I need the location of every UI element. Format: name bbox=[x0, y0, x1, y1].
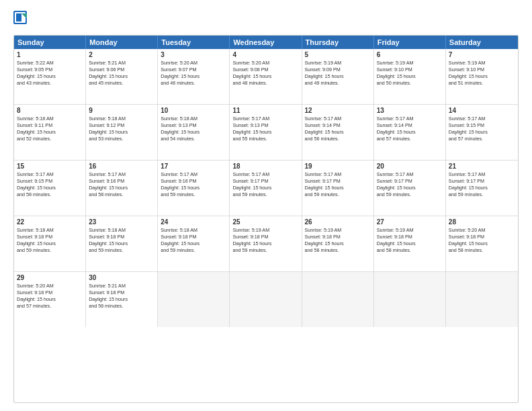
day-number: 29 bbox=[17, 274, 83, 281]
calendar: SundayMondayTuesdayWednesdayThursdayFrid… bbox=[13, 35, 519, 403]
calendar-cell: 11Sunrise: 5:17 AM Sunset: 9:13 PM Dayli… bbox=[230, 105, 302, 160]
calendar-week-4: 22Sunrise: 5:18 AM Sunset: 9:18 PM Dayli… bbox=[14, 216, 518, 271]
calendar-cell: 9Sunrise: 5:18 AM Sunset: 9:12 PM Daylig… bbox=[86, 105, 158, 160]
calendar-cell: 28Sunrise: 5:20 AM Sunset: 9:18 PM Dayli… bbox=[446, 216, 518, 271]
day-number: 27 bbox=[377, 218, 443, 226]
day-number: 11 bbox=[232, 107, 298, 114]
calendar-cell: 22Sunrise: 5:18 AM Sunset: 9:18 PM Dayli… bbox=[14, 216, 86, 271]
day-info: Sunrise: 5:17 AM Sunset: 9:17 PM Dayligh… bbox=[305, 171, 371, 198]
day-number: 24 bbox=[161, 218, 226, 226]
calendar-cell: 6Sunrise: 5:19 AM Sunset: 9:10 PM Daylig… bbox=[374, 49, 446, 104]
calendar-cell bbox=[230, 272, 302, 327]
calendar-cell bbox=[446, 272, 518, 327]
calendar-cell: 23Sunrise: 5:18 AM Sunset: 9:18 PM Dayli… bbox=[86, 216, 158, 271]
day-info: Sunrise: 5:21 AM Sunset: 9:06 PM Dayligh… bbox=[89, 60, 154, 87]
day-info: Sunrise: 5:19 AM Sunset: 9:18 PM Dayligh… bbox=[305, 227, 371, 254]
calendar-cell: 4Sunrise: 5:20 AM Sunset: 9:08 PM Daylig… bbox=[230, 49, 302, 104]
day-info: Sunrise: 5:19 AM Sunset: 9:10 PM Dayligh… bbox=[377, 60, 443, 87]
logo-icon bbox=[13, 11, 28, 28]
day-number: 17 bbox=[161, 163, 226, 170]
header-day-monday: Monday bbox=[86, 36, 158, 49]
calendar-cell: 13Sunrise: 5:17 AM Sunset: 9:14 PM Dayli… bbox=[374, 105, 446, 160]
day-number: 12 bbox=[305, 107, 371, 114]
calendar-cell: 7Sunrise: 5:19 AM Sunset: 9:10 PM Daylig… bbox=[446, 49, 518, 104]
header-day-sunday: Sunday bbox=[14, 36, 86, 49]
calendar-cell bbox=[302, 272, 374, 327]
day-info: Sunrise: 5:22 AM Sunset: 9:05 PM Dayligh… bbox=[17, 60, 83, 87]
calendar-week-1: 1Sunrise: 5:22 AM Sunset: 9:05 PM Daylig… bbox=[14, 49, 518, 104]
day-number: 23 bbox=[89, 218, 154, 226]
calendar-cell: 26Sunrise: 5:19 AM Sunset: 9:18 PM Dayli… bbox=[302, 216, 374, 271]
day-number: 3 bbox=[161, 51, 226, 58]
day-number: 20 bbox=[377, 163, 443, 170]
day-info: Sunrise: 5:18 AM Sunset: 9:13 PM Dayligh… bbox=[161, 116, 226, 142]
day-info: Sunrise: 5:19 AM Sunset: 9:10 PM Dayligh… bbox=[449, 60, 515, 87]
day-number: 7 bbox=[449, 51, 515, 58]
header-day-thursday: Thursday bbox=[302, 36, 374, 49]
day-number: 2 bbox=[89, 51, 154, 58]
day-info: Sunrise: 5:21 AM Sunset: 9:18 PM Dayligh… bbox=[89, 283, 154, 310]
day-info: Sunrise: 5:20 AM Sunset: 9:18 PM Dayligh… bbox=[17, 283, 83, 310]
day-info: Sunrise: 5:17 AM Sunset: 9:16 PM Dayligh… bbox=[89, 171, 154, 198]
day-number: 14 bbox=[449, 107, 515, 114]
calendar-cell: 19Sunrise: 5:17 AM Sunset: 9:17 PM Dayli… bbox=[302, 161, 374, 216]
day-info: Sunrise: 5:19 AM Sunset: 9:18 PM Dayligh… bbox=[232, 227, 298, 254]
calendar-cell: 8Sunrise: 5:18 AM Sunset: 9:11 PM Daylig… bbox=[14, 105, 86, 160]
header-day-saturday: Saturday bbox=[446, 36, 518, 49]
day-number: 22 bbox=[17, 218, 83, 226]
day-info: Sunrise: 5:17 AM Sunset: 9:16 PM Dayligh… bbox=[161, 171, 226, 198]
day-info: Sunrise: 5:17 AM Sunset: 9:17 PM Dayligh… bbox=[449, 171, 515, 198]
calendar-cell: 15Sunrise: 5:17 AM Sunset: 9:15 PM Dayli… bbox=[14, 161, 86, 216]
day-number: 28 bbox=[449, 218, 515, 226]
calendar-cell: 3Sunrise: 5:20 AM Sunset: 9:07 PM Daylig… bbox=[158, 49, 230, 104]
day-number: 21 bbox=[449, 163, 515, 170]
calendar-week-3: 15Sunrise: 5:17 AM Sunset: 9:15 PM Dayli… bbox=[14, 160, 518, 216]
day-number: 6 bbox=[377, 51, 443, 58]
header bbox=[13, 11, 519, 28]
day-info: Sunrise: 5:18 AM Sunset: 9:18 PM Dayligh… bbox=[17, 227, 83, 254]
day-number: 16 bbox=[89, 163, 154, 170]
calendar-cell: 10Sunrise: 5:18 AM Sunset: 9:13 PM Dayli… bbox=[158, 105, 230, 160]
day-number: 30 bbox=[89, 274, 154, 281]
day-number: 8 bbox=[17, 107, 83, 114]
header-day-tuesday: Tuesday bbox=[158, 36, 230, 49]
calendar-cell: 21Sunrise: 5:17 AM Sunset: 9:17 PM Dayli… bbox=[446, 161, 518, 216]
day-number: 19 bbox=[305, 163, 371, 170]
day-info: Sunrise: 5:17 AM Sunset: 9:14 PM Dayligh… bbox=[305, 116, 371, 142]
calendar-cell: 14Sunrise: 5:17 AM Sunset: 9:15 PM Dayli… bbox=[446, 105, 518, 160]
day-info: Sunrise: 5:18 AM Sunset: 9:11 PM Dayligh… bbox=[17, 116, 83, 142]
header-day-wednesday: Wednesday bbox=[230, 36, 302, 49]
day-number: 18 bbox=[232, 163, 298, 170]
calendar-cell: 5Sunrise: 5:19 AM Sunset: 9:09 PM Daylig… bbox=[302, 49, 374, 104]
calendar-cell: 12Sunrise: 5:17 AM Sunset: 9:14 PM Dayli… bbox=[302, 105, 374, 160]
day-number: 15 bbox=[17, 163, 83, 170]
calendar-week-5: 29Sunrise: 5:20 AM Sunset: 9:18 PM Dayli… bbox=[14, 271, 518, 327]
day-number: 26 bbox=[305, 218, 371, 226]
day-info: Sunrise: 5:19 AM Sunset: 9:18 PM Dayligh… bbox=[377, 227, 443, 254]
calendar-cell: 20Sunrise: 5:17 AM Sunset: 9:17 PM Dayli… bbox=[374, 161, 446, 216]
day-number: 5 bbox=[305, 51, 371, 58]
day-info: Sunrise: 5:20 AM Sunset: 9:08 PM Dayligh… bbox=[232, 60, 298, 87]
day-number: 13 bbox=[377, 107, 443, 114]
svg-rect-2 bbox=[16, 13, 21, 21]
day-number: 25 bbox=[232, 218, 298, 226]
day-number: 1 bbox=[17, 51, 83, 58]
calendar-cell: 17Sunrise: 5:17 AM Sunset: 9:16 PM Dayli… bbox=[158, 161, 230, 216]
calendar-cell bbox=[158, 272, 230, 327]
day-number: 9 bbox=[89, 107, 154, 114]
calendar-cell: 24Sunrise: 5:18 AM Sunset: 9:18 PM Dayli… bbox=[158, 216, 230, 271]
day-info: Sunrise: 5:17 AM Sunset: 9:14 PM Dayligh… bbox=[377, 116, 443, 142]
logo bbox=[13, 11, 28, 28]
day-info: Sunrise: 5:19 AM Sunset: 9:09 PM Dayligh… bbox=[305, 60, 371, 87]
header-day-friday: Friday bbox=[374, 36, 446, 49]
day-info: Sunrise: 5:20 AM Sunset: 9:18 PM Dayligh… bbox=[449, 227, 515, 254]
day-info: Sunrise: 5:18 AM Sunset: 9:12 PM Dayligh… bbox=[89, 116, 154, 142]
day-info: Sunrise: 5:18 AM Sunset: 9:18 PM Dayligh… bbox=[89, 227, 154, 254]
calendar-cell: 2Sunrise: 5:21 AM Sunset: 9:06 PM Daylig… bbox=[86, 49, 158, 104]
calendar-cell bbox=[374, 272, 446, 327]
calendar-cell: 30Sunrise: 5:21 AM Sunset: 9:18 PM Dayli… bbox=[86, 272, 158, 327]
calendar-week-2: 8Sunrise: 5:18 AM Sunset: 9:11 PM Daylig… bbox=[14, 104, 518, 160]
day-info: Sunrise: 5:18 AM Sunset: 9:18 PM Dayligh… bbox=[161, 227, 226, 254]
calendar-cell: 16Sunrise: 5:17 AM Sunset: 9:16 PM Dayli… bbox=[86, 161, 158, 216]
calendar-cell: 1Sunrise: 5:22 AM Sunset: 9:05 PM Daylig… bbox=[14, 49, 86, 104]
